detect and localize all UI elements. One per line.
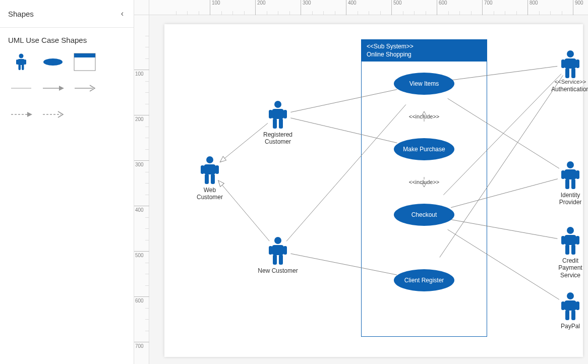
diagram-page[interactable]: <<Sub System>> Online Shopping xyxy=(164,24,583,357)
connector[interactable] xyxy=(448,229,559,299)
ruler-tick: 900 xyxy=(573,0,573,15)
ruler-tick: 300 xyxy=(301,0,301,15)
arrow-closed-icon xyxy=(42,85,64,92)
svg-rect-8 xyxy=(74,53,95,57)
svg-rect-34 xyxy=(279,255,283,265)
svg-rect-5 xyxy=(22,65,24,70)
actor-registered-customer[interactable] xyxy=(269,101,287,129)
actor-credit-payment[interactable] xyxy=(561,227,579,255)
connector[interactable] xyxy=(286,104,406,241)
ruler-corner xyxy=(134,0,149,15)
ruler-tick: 200 xyxy=(134,115,149,115)
svg-rect-3 xyxy=(24,59,26,65)
palette-arrow-dashed-closed[interactable] xyxy=(6,103,36,126)
palette-arrow-solid-closed[interactable] xyxy=(38,77,68,100)
svg-rect-45 xyxy=(565,179,569,189)
ruler-tick: 100 xyxy=(134,70,149,70)
ruler-tick: 500 xyxy=(391,0,392,15)
svg-rect-20 xyxy=(215,165,219,174)
svg-point-53 xyxy=(567,292,574,299)
connector[interactable] xyxy=(452,66,558,80)
shape-palette xyxy=(0,50,134,126)
svg-rect-51 xyxy=(565,245,569,255)
include-label: <<include>> xyxy=(409,179,440,185)
svg-rect-22 xyxy=(211,174,215,184)
line-icon xyxy=(10,85,32,91)
svg-rect-30 xyxy=(272,245,284,255)
svg-rect-31 xyxy=(269,246,272,255)
svg-rect-33 xyxy=(273,255,277,265)
ruler-tick: 400 xyxy=(346,0,346,15)
actor-stereotype: <<Service>> xyxy=(555,79,586,85)
svg-rect-24 xyxy=(272,109,284,119)
sidebar-header: Shapes ‹ xyxy=(0,0,134,28)
usecase-make-purchase[interactable] xyxy=(394,138,454,160)
actor-label: Authentication xyxy=(551,86,588,93)
svg-point-6 xyxy=(43,58,63,66)
ruler-vertical: 100200300400500600700 xyxy=(134,15,149,364)
dashed-arrow-open-icon xyxy=(42,111,64,118)
connector[interactable] xyxy=(451,220,557,239)
svg-point-41 xyxy=(567,161,574,168)
connector[interactable] xyxy=(218,180,269,241)
svg-rect-2 xyxy=(16,59,18,65)
svg-rect-37 xyxy=(561,59,565,68)
svg-rect-25 xyxy=(269,110,272,118)
actor-new-customer[interactable] xyxy=(269,237,287,265)
connector[interactable] xyxy=(440,76,563,258)
actor-label: New Customer xyxy=(258,267,298,274)
actor-paypal[interactable] xyxy=(561,292,579,320)
svg-rect-26 xyxy=(283,110,287,118)
palette-arrow-dashed-open[interactable] xyxy=(38,103,68,126)
svg-marker-11 xyxy=(59,86,64,91)
svg-rect-18 xyxy=(204,164,216,174)
ellipse-icon xyxy=(43,58,63,66)
actor-identity-provider[interactable] xyxy=(561,161,579,189)
actor-web-customer[interactable] xyxy=(201,156,219,184)
ruler-tick: 400 xyxy=(134,206,149,206)
svg-rect-38 xyxy=(576,59,579,68)
actor-label: Identity Provider xyxy=(559,192,582,206)
palette-usecase[interactable] xyxy=(38,50,68,74)
svg-rect-28 xyxy=(279,118,283,129)
svg-rect-4 xyxy=(18,65,21,70)
actor-authentication[interactable] xyxy=(561,50,579,78)
connector[interactable] xyxy=(290,118,397,143)
usecase-view-items[interactable] xyxy=(394,73,454,95)
svg-rect-56 xyxy=(576,301,579,310)
ruler-tick: 200 xyxy=(255,0,256,15)
actor-label: Web Customer xyxy=(197,187,223,201)
collapse-sidebar-icon[interactable]: ‹ xyxy=(119,7,126,20)
connector[interactable] xyxy=(220,123,268,162)
palette-actor[interactable] xyxy=(6,50,36,74)
svg-rect-48 xyxy=(564,235,576,245)
connector[interactable] xyxy=(443,74,561,195)
svg-rect-49 xyxy=(561,236,565,245)
palette-association[interactable] xyxy=(6,77,36,100)
svg-rect-50 xyxy=(576,236,579,245)
svg-rect-55 xyxy=(561,301,565,310)
svg-rect-58 xyxy=(571,310,575,320)
palette-system[interactable] xyxy=(70,50,99,74)
connector[interactable] xyxy=(290,254,397,275)
palette-group-title: UML Use Case Shapes xyxy=(0,28,134,50)
actor-label: Registered Customer xyxy=(263,131,292,146)
svg-rect-32 xyxy=(283,246,287,255)
connector[interactable] xyxy=(448,98,559,168)
svg-rect-52 xyxy=(571,245,575,255)
svg-rect-57 xyxy=(565,310,569,320)
usecase-checkout[interactable] xyxy=(394,204,454,226)
connector[interactable] xyxy=(290,89,397,112)
ruler-tick: 500 xyxy=(134,251,149,252)
arrow-open-icon xyxy=(74,85,96,92)
usecase-client-register[interactable] xyxy=(394,269,454,291)
diagram-canvas[interactable]: 100200300400500600700800900 100200300400… xyxy=(134,0,588,364)
ruler-horizontal: 100200300400500600700800900 xyxy=(149,0,588,15)
connector[interactable] xyxy=(451,179,558,208)
ruler-tick: 700 xyxy=(134,342,149,342)
svg-rect-39 xyxy=(565,68,569,78)
sidebar-title: Shapes xyxy=(8,10,34,18)
palette-arrow-solid-open[interactable] xyxy=(70,77,99,100)
svg-point-29 xyxy=(274,237,281,244)
svg-rect-1 xyxy=(18,59,25,65)
